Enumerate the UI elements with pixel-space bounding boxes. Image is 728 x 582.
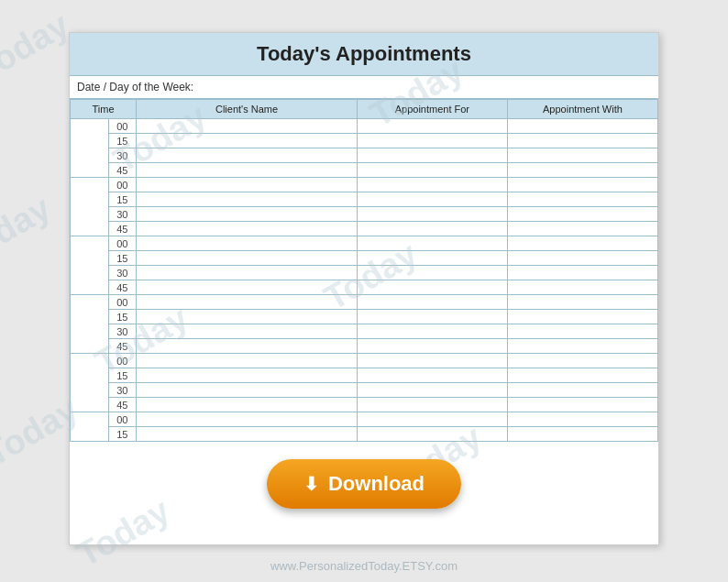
date-row: Date / Day of the Week:	[70, 76, 658, 99]
appointment-with-cell	[507, 251, 657, 266]
table-row: 00	[71, 354, 658, 368]
table-row: 15	[71, 251, 658, 266]
time-hour	[71, 178, 109, 236]
client-name-cell	[137, 310, 358, 324]
appointment-for-cell	[357, 354, 507, 368]
table-row: 30	[71, 148, 658, 163]
time-minute: 45	[108, 398, 137, 412]
appointment-for-cell	[357, 412, 507, 427]
time-minute: 30	[108, 207, 137, 222]
table-row: 15	[71, 192, 658, 207]
download-button[interactable]: ⬇ Download	[267, 459, 461, 509]
client-name-cell	[137, 412, 358, 427]
time-minute: 30	[108, 383, 137, 398]
appointment-for-cell	[357, 163, 507, 178]
time-minute: 45	[108, 222, 137, 236]
client-name-cell	[137, 324, 358, 339]
appointment-with-cell	[507, 178, 657, 192]
client-name-cell	[137, 280, 358, 295]
table-row: 15	[71, 427, 658, 442]
appointment-for-cell	[357, 134, 507, 148]
appointment-for-cell	[357, 383, 507, 398]
bottom-watermark: www.PersonalizedToday.ETSY.com	[0, 559, 728, 573]
time-minute: 00	[108, 236, 137, 251]
appointment-for-cell	[357, 251, 507, 266]
client-name-cell	[137, 427, 358, 442]
time-hour	[71, 412, 109, 442]
table-row: 45	[71, 163, 658, 178]
table-row: 30	[71, 383, 658, 398]
time-minute: 30	[108, 266, 137, 280]
download-icon: ⬇	[303, 473, 319, 495]
time-minute: 45	[108, 339, 137, 354]
col-clients-name: Client's Name	[137, 100, 358, 119]
appointment-for-cell	[357, 192, 507, 207]
appointment-with-cell	[507, 222, 657, 236]
appointments-table: Time Client's Name Appointment For Appoi…	[70, 99, 658, 442]
appointment-with-cell	[507, 310, 657, 324]
client-name-cell	[137, 148, 358, 163]
table-row: 00	[71, 119, 658, 134]
table-row: 00	[71, 295, 658, 310]
appointment-for-cell	[357, 324, 507, 339]
client-name-cell	[137, 178, 358, 192]
time-minute: 15	[108, 310, 137, 324]
time-minute: 00	[108, 178, 137, 192]
appointment-for-cell	[357, 266, 507, 280]
time-minute: 00	[108, 354, 137, 368]
table-row: 45	[71, 339, 658, 354]
time-hour	[71, 119, 109, 178]
table-row: 45	[71, 280, 658, 295]
time-hour	[71, 295, 109, 354]
table-row: 00	[71, 236, 658, 251]
table-row: 45	[71, 398, 658, 412]
table-row: 15	[71, 310, 658, 324]
table-row: 30	[71, 266, 658, 280]
appointment-with-cell	[507, 266, 657, 280]
table-row: 15	[71, 134, 658, 148]
col-appointment-with: Appointment With	[507, 100, 657, 119]
appointment-for-cell	[357, 368, 507, 383]
appointment-for-cell	[357, 236, 507, 251]
col-appointment-for: Appointment For	[357, 100, 507, 119]
client-name-cell	[137, 163, 358, 178]
appointment-with-cell	[507, 236, 657, 251]
col-time: Time	[71, 100, 137, 119]
appointment-with-cell	[507, 368, 657, 383]
time-minute: 30	[108, 148, 137, 163]
appointment-with-cell	[507, 280, 657, 295]
time-minute: 00	[108, 412, 137, 427]
table-row: 30	[71, 207, 658, 222]
appointment-with-cell	[507, 148, 657, 163]
client-name-cell	[137, 119, 358, 134]
appointment-with-cell	[507, 383, 657, 398]
appointment-with-cell	[507, 163, 657, 178]
time-hour	[71, 236, 109, 295]
appointment-with-cell	[507, 398, 657, 412]
client-name-cell	[137, 295, 358, 310]
client-name-cell	[137, 207, 358, 222]
appointment-with-cell	[507, 339, 657, 354]
table-row: 15	[71, 368, 658, 383]
appointment-for-cell	[357, 148, 507, 163]
appointment-with-cell	[507, 192, 657, 207]
time-minute: 15	[108, 134, 137, 148]
client-name-cell	[137, 251, 358, 266]
appointment-for-cell	[357, 207, 507, 222]
client-name-cell	[137, 134, 358, 148]
time-minute: 45	[108, 163, 137, 178]
appointment-with-cell	[507, 207, 657, 222]
appointment-for-cell	[357, 295, 507, 310]
sheet-title: Today's Appointments	[70, 33, 658, 76]
client-name-cell	[137, 368, 358, 383]
appointment-with-cell	[507, 412, 657, 427]
appointment-for-cell	[357, 119, 507, 134]
time-minute: 15	[108, 368, 137, 383]
appointment-for-cell	[357, 280, 507, 295]
client-name-cell	[137, 236, 358, 251]
client-name-cell	[137, 383, 358, 398]
time-minute: 00	[108, 295, 137, 310]
appointment-for-cell	[357, 310, 507, 324]
time-minute: 30	[108, 324, 137, 339]
download-label: Download	[328, 472, 425, 496]
